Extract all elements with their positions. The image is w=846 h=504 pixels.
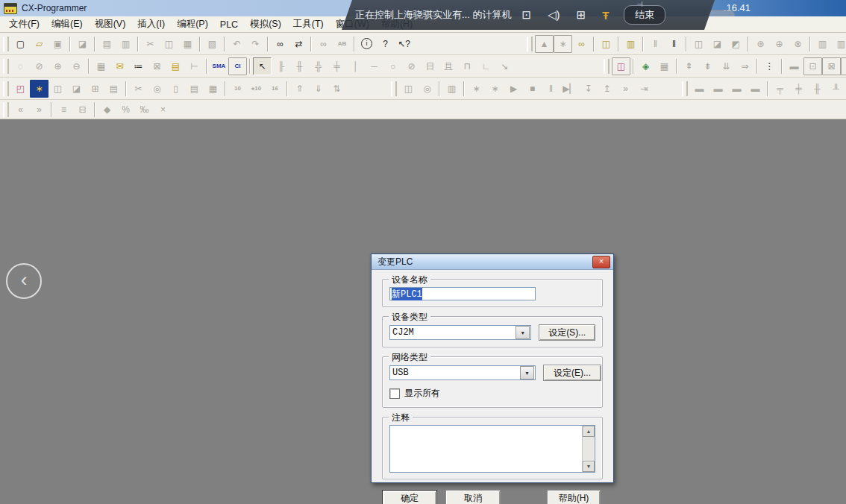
partial-transfer-button[interactable]: ⇊ xyxy=(717,57,736,75)
online-work-button[interactable]: ∗ xyxy=(554,35,572,53)
toolbar-grip[interactable] xyxy=(3,102,9,117)
toolbar-grip[interactable] xyxy=(391,81,397,96)
undo-button[interactable]: ↶ xyxy=(228,35,246,53)
memory-list-button[interactable]: ▤ xyxy=(185,80,204,98)
dialog-title-bar[interactable]: 变更PLC × xyxy=(372,254,613,270)
context-help-button[interactable]: ↖? xyxy=(395,35,413,53)
speaker-icon[interactable]: ◁) xyxy=(548,8,560,22)
cut-button[interactable]: ✂ xyxy=(141,35,160,53)
menu-file[interactable]: 文件(F) xyxy=(3,16,46,32)
zoom-out-button[interactable]: ⊖ xyxy=(67,57,86,75)
timing-1-button[interactable]: ╤ xyxy=(771,80,789,98)
find-in-project-button[interactable]: ∞ xyxy=(314,35,333,53)
save-button[interactable]: ▣ xyxy=(48,35,67,53)
timing-2-button[interactable]: ╪ xyxy=(789,80,808,98)
new-or-closed-contact-button[interactable]: ╪ xyxy=(328,57,346,75)
decimal-display-button[interactable]: 10 xyxy=(228,80,247,98)
new-closed-contact-button[interactable]: ╫ xyxy=(290,57,309,75)
new-coil-button[interactable]: ○ xyxy=(383,57,402,75)
multiview-button[interactable]: ⋮ xyxy=(760,57,779,75)
line-connect-button[interactable]: ∟ xyxy=(477,57,495,75)
edit-cross-button[interactable]: ⊠ xyxy=(822,57,841,75)
address-list-button[interactable]: ≔ xyxy=(129,57,148,75)
compile-button[interactable]: ▲ xyxy=(535,35,554,53)
sim-break-set-button[interactable]: ∗ xyxy=(467,80,486,98)
online-edit-cancel-button[interactable]: ⊗ xyxy=(789,35,807,53)
dialog-close-button[interactable]: × xyxy=(592,256,610,268)
comment-scrollbar[interactable]: ▲ ▼ xyxy=(582,426,595,472)
signed-decimal-display-button[interactable]: ±10 xyxy=(247,80,266,98)
plc-settings-button[interactable]: ◎ xyxy=(148,80,166,98)
toolbar-grip[interactable] xyxy=(3,81,9,96)
horizontal-line-button[interactable]: ─ xyxy=(365,57,383,75)
new-file-button[interactable]: ▢ xyxy=(11,35,30,53)
sim-step-run-button[interactable]: ▶▏ xyxy=(560,80,579,98)
open-file-button[interactable]: ▱ xyxy=(30,35,48,53)
scroll-up-icon[interactable]: ▲ xyxy=(583,426,595,437)
differential-monitor-button[interactable]: ⊛ xyxy=(751,35,770,53)
monitor-window-3-button[interactable]: ◩ xyxy=(727,35,745,53)
stack-view-button[interactable]: ◈ xyxy=(636,57,655,75)
device-name-input[interactable]: 新PLC1 xyxy=(389,287,536,300)
rung-wrap-button[interactable]: ▤ xyxy=(166,57,185,75)
edit-check-button[interactable]: ☑ xyxy=(841,57,846,75)
sim-stop-button[interactable]: ■ xyxy=(523,80,542,98)
rack-view-1-button[interactable]: ▥ xyxy=(813,35,832,53)
rack-view-2-button[interactable]: ▥ xyxy=(832,35,846,53)
key-state-4-button[interactable]: ▬ xyxy=(746,80,765,98)
monitor-window-2-button[interactable]: ◪ xyxy=(708,35,727,53)
cross-reference-button[interactable]: ◫ xyxy=(48,80,67,98)
toolbar-grip[interactable] xyxy=(527,37,533,51)
new-instruction-button[interactable]: 日 xyxy=(421,57,439,75)
calendar-button[interactable]: ▦ xyxy=(655,57,674,75)
sim-network-button[interactable]: ◎ xyxy=(418,80,436,98)
network-type-dropdown-icon[interactable]: ▼ xyxy=(520,366,534,379)
new-contact-button[interactable]: ╟ xyxy=(272,57,290,75)
end-session-button[interactable]: 结束 xyxy=(624,5,665,25)
force-off-button[interactable]: % xyxy=(116,101,135,119)
windows-icon[interactable]: ⊞ xyxy=(577,8,586,22)
output-window-button[interactable]: ∗ xyxy=(30,80,48,98)
sim-run-button[interactable]: ▶ xyxy=(504,80,523,98)
watch-window-button[interactable]: ◰ xyxy=(11,80,30,98)
device-type-select[interactable]: CJ2M ▼ xyxy=(389,325,531,340)
help-button[interactable]: ? xyxy=(376,35,395,53)
block-option-button[interactable]: ⊟ xyxy=(73,101,92,119)
rung-tree-button[interactable]: ⊢ xyxy=(185,57,204,75)
edit-disabled-button[interactable]: ▬ xyxy=(785,57,803,75)
show-all-checkbox[interactable] xyxy=(389,388,400,399)
print-preview-button[interactable]: ▥ xyxy=(116,35,135,53)
sim-step-in-button[interactable]: ↧ xyxy=(579,80,598,98)
key-state-1-button[interactable]: ▬ xyxy=(690,80,709,98)
menu-plc[interactable]: PLC xyxy=(214,18,244,31)
transfer-warning-button[interactable]: ◫ xyxy=(597,35,615,53)
menu-tools[interactable]: 工具(T) xyxy=(287,16,330,32)
edit-ok-button[interactable]: ⊡ xyxy=(803,57,822,75)
fullscreen-icon[interactable]: ⊡ xyxy=(521,8,531,22)
upload-button[interactable]: ⇑ xyxy=(290,80,309,98)
copy-button[interactable]: ◫ xyxy=(160,35,178,53)
key-state-3-button[interactable]: ▬ xyxy=(727,80,746,98)
protect-release-button[interactable]: ⇟ xyxy=(698,57,717,75)
pause-monitor-button[interactable]: ‖ xyxy=(646,35,665,53)
toolbar-grip[interactable] xyxy=(3,59,9,74)
menu-simulation[interactable]: 模拟(S) xyxy=(244,16,287,32)
download-button[interactable]: ⇓ xyxy=(309,80,328,98)
ci-view-button[interactable]: CI xyxy=(228,57,247,75)
sim-step-out-button[interactable]: ↥ xyxy=(598,80,616,98)
comment-textarea[interactable]: ▲ ▼ xyxy=(389,425,595,473)
delete-line-button[interactable]: ↘ xyxy=(495,57,514,75)
sim-continuous-run-button[interactable]: » xyxy=(616,80,635,98)
menu-view[interactable]: 视图(V) xyxy=(89,16,132,32)
compare-with-plc-button[interactable]: ⇅ xyxy=(328,80,346,98)
find-warning-button[interactable]: ∞ xyxy=(572,35,591,53)
sim-pause-button[interactable]: ‖ xyxy=(542,80,560,98)
paste-button[interactable]: ▦ xyxy=(178,35,197,53)
scroll-down-icon[interactable]: ▼ xyxy=(583,461,595,472)
new-closed-coil-button[interactable]: ⊘ xyxy=(402,57,421,75)
io-comment-button[interactable]: ⊠ xyxy=(148,57,166,75)
block-comment-button[interactable]: ≡ xyxy=(54,101,73,119)
substitute-button[interactable]: AB xyxy=(333,35,351,53)
toolbar-grip[interactable] xyxy=(3,37,9,51)
sim-online-button[interactable]: ◫ xyxy=(399,80,418,98)
